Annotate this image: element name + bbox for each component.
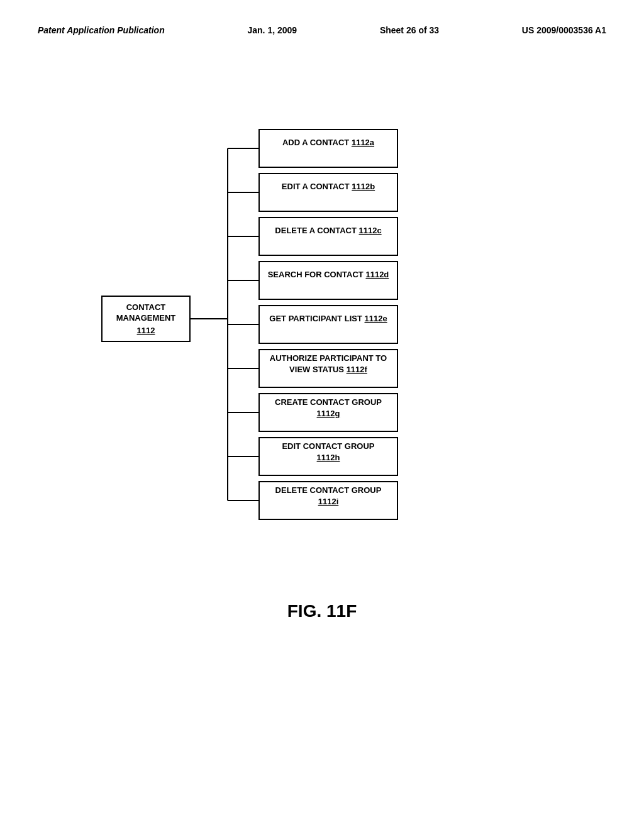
child-label-8b: 1112h xyxy=(317,453,340,462)
diagram-wrapper: CONTACT MANAGEMENT 1112 ADD A CONTACT 11… xyxy=(0,98,644,551)
child-box-5 xyxy=(259,306,397,343)
child-label-3: DELETE A CONTACT 1112c xyxy=(275,226,381,235)
header-patent-number: US 2009/0003536 A1 xyxy=(522,25,606,35)
root-label-line2: MANAGEMENT xyxy=(116,313,176,323)
child-label-8a: EDIT CONTACT GROUP xyxy=(282,441,374,451)
header-left: Patent Application Publication xyxy=(38,25,165,35)
diagram-svg: CONTACT MANAGEMENT 1112 ADD A CONTACT 11… xyxy=(96,98,548,551)
child-label-1: ADD A CONTACT 1112a xyxy=(282,138,375,147)
child-box-4 xyxy=(259,262,397,299)
child-label-2: EDIT A CONTACT 1112b xyxy=(282,182,375,191)
child-label-6a: AUTHORIZE PARTICIPANT TO xyxy=(270,353,387,363)
child-label-9b: 1112i xyxy=(318,497,339,506)
figure-label: FIG. 11F xyxy=(0,601,644,621)
child-label-9a: DELETE CONTACT GROUP xyxy=(275,485,382,495)
root-label-line1: CONTACT xyxy=(126,302,166,312)
root-label-id: 1112 xyxy=(137,326,155,335)
child-label-5: GET PARTICIPANT LIST 1112e xyxy=(269,314,387,323)
header-sheet: Sheet 26 of 33 xyxy=(380,25,439,35)
child-box-1 xyxy=(259,130,397,167)
child-box-2 xyxy=(259,174,397,211)
child-label-7a: CREATE CONTACT GROUP xyxy=(275,397,382,407)
header: Patent Application Publication Jan. 1, 2… xyxy=(0,0,644,48)
child-label-7b: 1112g xyxy=(317,409,340,418)
child-label-6b: VIEW STATUS 1112f xyxy=(289,365,367,374)
header-date: Jan. 1, 2009 xyxy=(248,25,297,35)
child-label-4: SEARCH FOR CONTACT 1112d xyxy=(268,270,389,279)
child-box-3 xyxy=(259,218,397,255)
